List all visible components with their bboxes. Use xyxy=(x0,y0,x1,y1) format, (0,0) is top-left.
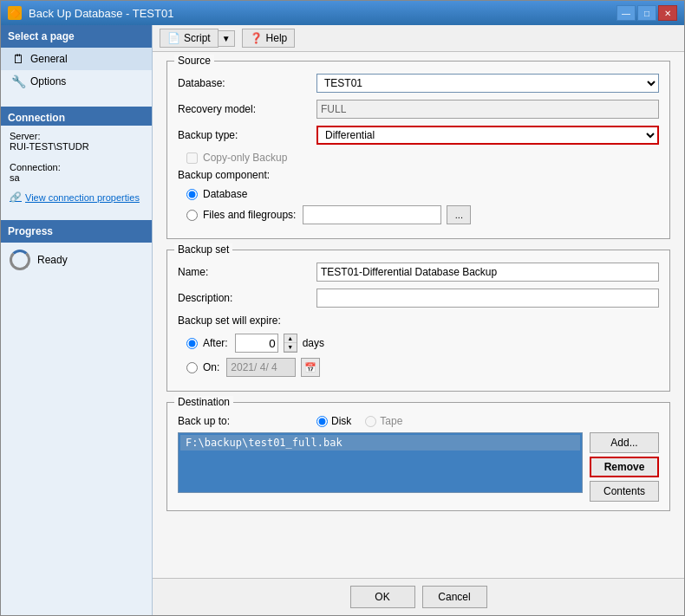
remove-button[interactable]: Remove xyxy=(590,457,659,477)
minimize-button[interactable]: — xyxy=(616,5,636,21)
toolbar: 📄 Script ▼ ❓ Help xyxy=(153,25,684,52)
help-icon: ❓ xyxy=(250,32,263,44)
backup-to-row: Back up to: Disk Tape xyxy=(178,415,659,427)
description-row: Description: xyxy=(178,289,659,308)
sidebar: Select a page 🗒 General 🔧 Options Connec… xyxy=(1,25,153,615)
general-icon: 🗒 xyxy=(11,52,25,66)
cancel-button[interactable]: Cancel xyxy=(422,586,487,608)
tape-radio[interactable] xyxy=(365,416,376,427)
database-radio-label: Database xyxy=(203,188,247,200)
connection-label: Connection: xyxy=(10,162,61,172)
date-input[interactable] xyxy=(226,358,296,377)
view-connection-link[interactable]: 🔗 View connection properties xyxy=(1,188,152,206)
database-row: Database: TEST01 xyxy=(178,74,659,93)
tape-label: Tape xyxy=(380,415,402,427)
title-bar-left: 🔶 Back Up Database - TEST01 xyxy=(8,6,173,20)
script-icon: 📄 xyxy=(167,32,180,44)
backup-to-label: Back up to: xyxy=(178,415,316,427)
connection-section-header: Connection xyxy=(1,107,152,126)
main-window: 🔶 Back Up Database - TEST01 — □ ✕ Select… xyxy=(0,0,685,616)
connection-value: sa xyxy=(10,172,20,183)
spin-up-button[interactable]: ▲ xyxy=(284,334,297,343)
connection-icon: 🔗 xyxy=(10,191,22,203)
source-section: Source Database: TEST01 Recovery model: xyxy=(166,61,670,239)
backup-type-label: Backup type: xyxy=(178,129,316,141)
progress-area: Ready xyxy=(1,243,152,277)
name-row: Name: xyxy=(178,263,659,282)
database-control: TEST01 xyxy=(316,74,659,93)
days-label: days xyxy=(303,337,324,349)
dest-item[interactable]: F:\backup\test01_full.bak xyxy=(180,435,580,451)
expire-row: Backup set will expire: xyxy=(178,314,659,327)
name-control xyxy=(316,263,659,282)
name-label: Name: xyxy=(178,266,316,278)
destination-row: F:\backup\test01_full.bak Add... Remove … xyxy=(178,432,659,502)
recovery-model-label: Recovery model: xyxy=(178,103,316,115)
database-radio[interactable] xyxy=(186,189,198,200)
script-dropdown-arrow[interactable]: ▼ xyxy=(219,30,235,47)
recovery-model-input xyxy=(316,100,659,119)
destination-list: F:\backup\test01_full.bak xyxy=(178,432,583,493)
sidebar-item-general[interactable]: 🗒 General xyxy=(1,48,152,70)
app-icon: 🔶 xyxy=(8,6,22,20)
form-area: Source Database: TEST01 Recovery model: xyxy=(153,52,684,578)
disk-radio[interactable] xyxy=(316,416,328,427)
backup-component-label: Backup component: xyxy=(178,169,316,181)
destination-list-container: F:\backup\test01_full.bak xyxy=(178,432,583,502)
sidebar-item-options[interactable]: 🔧 Options xyxy=(1,70,152,93)
server-info: Server: RUI-TEST\STUDR xyxy=(1,126,152,157)
on-label: On: xyxy=(203,361,219,373)
description-control xyxy=(316,289,659,308)
calendar-button[interactable]: 📅 xyxy=(301,358,320,377)
title-bar: 🔶 Back Up Database - TEST01 — □ ✕ xyxy=(1,1,684,25)
footer: OK Cancel xyxy=(153,578,684,615)
description-input[interactable] xyxy=(316,289,659,308)
files-radio[interactable] xyxy=(186,210,198,221)
select-page-header: Select a page xyxy=(1,25,152,48)
browse-button[interactable]: ... xyxy=(447,205,471,224)
close-button[interactable]: ✕ xyxy=(658,5,677,21)
copy-only-checkbox[interactable] xyxy=(186,152,198,164)
description-label: Description: xyxy=(178,292,316,304)
name-input[interactable] xyxy=(316,263,659,282)
server-value: RUI-TEST\STUDR xyxy=(10,141,89,152)
destination-title: Destination xyxy=(174,396,233,408)
content-area: Select a page 🗒 General 🔧 Options Connec… xyxy=(1,25,684,615)
view-connection-label: View connection properties xyxy=(25,192,140,203)
database-select[interactable]: TEST01 xyxy=(316,74,659,93)
backup-type-row: Backup type: FullDifferentialTransaction… xyxy=(178,126,659,145)
files-input[interactable] xyxy=(303,205,441,224)
maximize-button[interactable]: □ xyxy=(637,5,656,21)
title-controls: — □ ✕ xyxy=(616,5,677,21)
sidebar-label-general: General xyxy=(30,53,68,65)
script-dropdown[interactable]: 📄 Script ▼ xyxy=(160,29,235,48)
destination-section: Destination Back up to: Disk Tape xyxy=(166,402,670,511)
help-button[interactable]: ❓ Help xyxy=(242,29,296,48)
files-radio-row: Files and filegroups: ... xyxy=(186,205,659,224)
spinbox-arrows: ▲ ▼ xyxy=(284,334,297,353)
script-button[interactable]: 📄 Script xyxy=(160,29,219,48)
backup-component-row: Backup component: xyxy=(178,169,659,181)
after-radio[interactable] xyxy=(186,338,198,349)
connection-info: Connection: sa xyxy=(1,157,152,188)
files-radio-label: Files and filegroups: xyxy=(203,209,296,221)
source-content: Database: TEST01 Recovery model: xyxy=(167,62,669,238)
backup-type-select[interactable]: FullDifferentialTransaction Log xyxy=(316,126,659,145)
date-row: 📅 xyxy=(226,358,320,377)
destination-content: Back up to: Disk Tape F:\backup\test01_f… xyxy=(167,403,669,510)
options-icon: 🔧 xyxy=(11,75,25,88)
progress-spinner xyxy=(10,250,30,270)
progress-section-header: Progress xyxy=(1,220,152,243)
add-button[interactable]: Add... xyxy=(590,432,659,453)
after-row: After: ▲ ▼ days xyxy=(186,334,659,353)
on-radio[interactable] xyxy=(186,362,198,373)
sidebar-label-options: Options xyxy=(30,75,66,88)
contents-button[interactable]: Contents xyxy=(590,481,659,502)
main-panel: 📄 Script ▼ ❓ Help Source xyxy=(153,25,684,615)
source-section-title: Source xyxy=(174,55,214,67)
disk-label: Disk xyxy=(331,415,351,427)
backup-set-title: Backup set xyxy=(174,243,232,256)
spin-down-button[interactable]: ▼ xyxy=(284,343,297,352)
days-spinbox[interactable] xyxy=(235,334,278,353)
ok-button[interactable]: OK xyxy=(350,586,415,608)
